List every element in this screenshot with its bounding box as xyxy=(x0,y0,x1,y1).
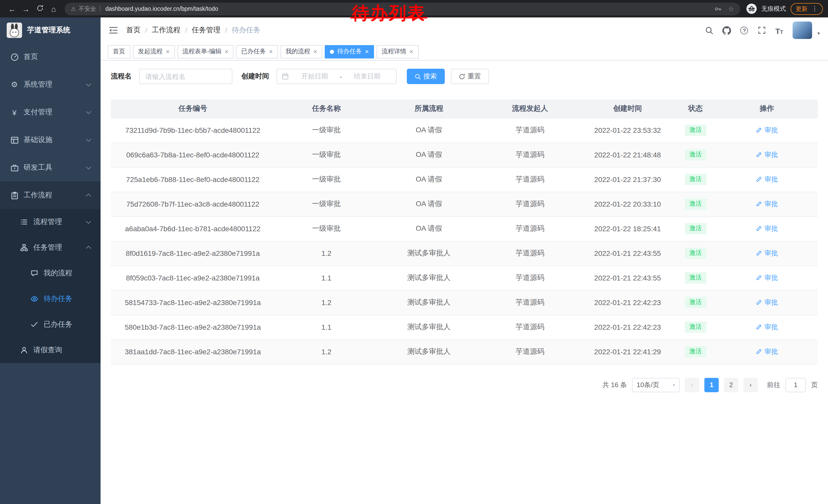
browser-home-button[interactable]: ⌂ xyxy=(47,2,60,16)
create-time-label: 创建时间 xyxy=(241,72,269,81)
close-icon[interactable]: × xyxy=(314,48,317,55)
search-icon[interactable] xyxy=(703,23,716,37)
sidebar-item-my-process[interactable]: 我的流程 xyxy=(0,261,100,286)
close-icon[interactable]: × xyxy=(166,48,170,55)
browser-forward-button[interactable]: → xyxy=(19,2,33,16)
edit-icon xyxy=(756,225,762,232)
sidebar-item-payment[interactable]: ¥ 支付管理 xyxy=(0,98,100,126)
sidebar-item-done-tasks[interactable]: 已办任务 xyxy=(0,312,100,337)
fullscreen-icon[interactable] xyxy=(755,23,769,37)
tab-my-process[interactable]: 我的流程 × xyxy=(281,45,322,58)
date-range-picker[interactable]: 开始日期 - 结束日期 xyxy=(276,69,396,84)
tab-form-edit[interactable]: 流程表单-编辑 × xyxy=(177,45,234,58)
incognito-label: 无痕模式 xyxy=(761,4,786,13)
reset-button[interactable]: 重置 xyxy=(451,69,489,84)
tab-todo-tasks[interactable]: 待办任务 × xyxy=(325,45,374,58)
cell-initiator: 芋道源码 xyxy=(480,241,580,266)
menu-label: 已办任务 xyxy=(44,320,72,329)
back-icon: ← xyxy=(8,4,16,13)
cell-created: 2022-01-22 21:48:48 xyxy=(580,142,675,167)
cell-initiator: 芋道源码 xyxy=(480,339,580,364)
column-header-task-name: 任务名称 xyxy=(275,99,378,118)
tab-label: 发起流程 xyxy=(138,47,163,56)
sidebar-item-task-management[interactable]: 任务管理 xyxy=(0,235,100,261)
approve-link[interactable]: 审批 xyxy=(756,322,778,332)
bookmark-star-icon[interactable]: ☆ xyxy=(728,5,734,12)
sidebar-item-workflow[interactable]: 工作流程 xyxy=(0,182,100,209)
status-badge: 激活 xyxy=(685,346,706,357)
page-button-2[interactable]: 2 xyxy=(724,378,738,392)
process-name-label: 流程名 xyxy=(111,72,132,81)
status-badge: 激活 xyxy=(685,272,706,283)
browser-back-button[interactable]: ← xyxy=(5,2,19,16)
approve-link[interactable]: 审批 xyxy=(756,199,778,209)
approve-link[interactable]: 审批 xyxy=(756,150,778,159)
forward-icon: → xyxy=(22,4,30,13)
chevron-down-icon[interactable]: ▾ xyxy=(818,31,820,36)
tab-home[interactable]: 首页 xyxy=(108,45,130,58)
user-avatar[interactable] xyxy=(793,21,812,39)
approve-link[interactable]: 审批 xyxy=(756,126,778,135)
close-icon[interactable]: × xyxy=(224,48,228,55)
menu-dots-icon[interactable]: ⋮ xyxy=(812,5,818,12)
page-size-select[interactable]: 10条/页 ▾ xyxy=(632,378,680,392)
tab-done-tasks[interactable]: 已办任务 × xyxy=(236,45,278,58)
tab-start-process[interactable]: 发起流程 × xyxy=(133,45,175,58)
breadcrumb-task-management[interactable]: 任务管理 xyxy=(192,26,220,35)
chevron-down-icon: ▾ xyxy=(673,382,675,387)
prev-page-button[interactable]: ‹ xyxy=(685,378,699,392)
status-badge: 激活 xyxy=(685,174,706,185)
cell-initiator: 芋道源码 xyxy=(480,290,580,315)
browser-reload-button[interactable] xyxy=(33,2,47,16)
edit-icon xyxy=(756,299,762,306)
sidebar-item-process-management[interactable]: 流程管理 xyxy=(0,209,100,235)
github-icon[interactable] xyxy=(720,23,734,37)
font-size-icon[interactable]: TT xyxy=(772,23,786,37)
close-icon[interactable]: × xyxy=(365,48,369,55)
breadcrumb-current: 待办任务 xyxy=(232,26,260,35)
sidebar-item-devtools[interactable]: 研发工具 xyxy=(0,154,100,182)
chevron-down-icon xyxy=(86,164,91,170)
cell-created: 2022-01-22 23:53:32 xyxy=(580,118,675,142)
sidebar-item-system[interactable]: ⚙ 系统管理 xyxy=(0,71,100,98)
table-row: 580e1b3d-7ac8-11ec-a9e2-a2380e71991a 1.1… xyxy=(111,315,818,339)
breadcrumb-home[interactable]: 首页 xyxy=(126,26,140,35)
search-button[interactable]: 搜索 xyxy=(407,69,445,84)
approve-link[interactable]: 审批 xyxy=(756,347,778,356)
approve-link[interactable]: 审批 xyxy=(756,273,778,282)
home-icon: ⌂ xyxy=(51,4,56,13)
start-date-placeholder: 开始日期 xyxy=(291,72,339,81)
close-icon[interactable]: × xyxy=(409,48,413,55)
sidebar: 芋道管理系统 首页 ⚙ 系统管理 ¥ 支付管理 基础设施 xyxy=(0,17,100,504)
help-icon[interactable]: ? xyxy=(738,23,751,37)
tab-label: 流程表单-编辑 xyxy=(182,47,221,56)
tab-process-detail[interactable]: 流程详情 × xyxy=(377,45,418,58)
process-name-input[interactable] xyxy=(139,69,232,84)
approve-link[interactable]: 审批 xyxy=(756,298,778,307)
collapse-sidebar-icon[interactable] xyxy=(109,26,118,34)
password-key-icon[interactable] xyxy=(714,5,722,12)
update-label: 更新 xyxy=(796,5,808,12)
cell-task-name: 一级审批 xyxy=(275,118,378,142)
sidebar-item-home[interactable]: 首页 xyxy=(0,43,100,71)
approve-link[interactable]: 审批 xyxy=(756,175,778,184)
close-icon[interactable]: × xyxy=(269,48,273,55)
sidebar-item-todo-tasks[interactable]: 待办任务 xyxy=(0,286,100,312)
next-page-button[interactable]: › xyxy=(743,378,758,392)
sidebar-item-infrastructure[interactable]: 基础设施 xyxy=(0,126,100,154)
breadcrumb-workflow[interactable]: 工作流程 xyxy=(152,26,180,35)
approve-link[interactable]: 审批 xyxy=(756,249,778,258)
search-button-label: 搜索 xyxy=(423,72,437,81)
edit-icon xyxy=(756,151,762,158)
reload-icon xyxy=(36,4,43,13)
pagination: 共 16 条 10条/页 ▾ ‹ 1 2 › 前往 页 xyxy=(111,378,818,392)
app-logo-row: 芋道管理系统 xyxy=(0,17,100,43)
approve-link[interactable]: 审批 xyxy=(756,224,778,233)
menu-label: 首页 xyxy=(24,52,38,61)
update-button[interactable]: 更新 ⋮ xyxy=(791,3,823,15)
page-button-1[interactable]: 1 xyxy=(704,378,719,392)
goto-page-input[interactable] xyxy=(785,378,806,392)
cell-task-id: 069c6a63-7b8a-11ec-8ef0-acde48001122 xyxy=(111,142,275,167)
sidebar-item-leave-query[interactable]: 请假查询 xyxy=(0,337,100,363)
main-content: 流程名 创建时间 开始日期 - 结束日期 搜索 重 xyxy=(100,60,828,504)
